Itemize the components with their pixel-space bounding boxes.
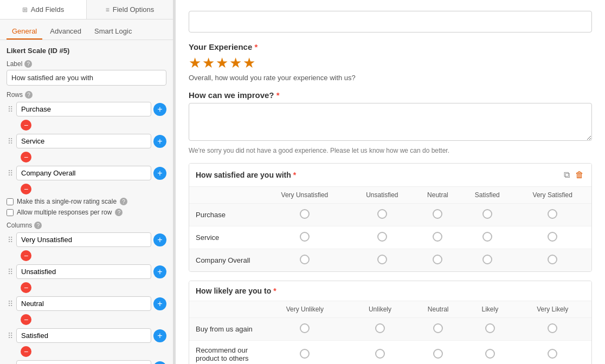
improve-title: How can we improve? * bbox=[189, 90, 592, 100]
multiple-help-icon[interactable]: ? bbox=[115, 209, 123, 216]
remove-col2-button[interactable]: − bbox=[21, 282, 31, 293]
drag-handle-service[interactable]: ⠿ bbox=[7, 136, 14, 147]
buy-unlikely[interactable] bbox=[350, 318, 410, 341]
drag-handle-col5[interactable]: ⠿ bbox=[7, 362, 14, 365]
add-fields-label: Add Fields bbox=[31, 5, 64, 14]
experience-subtitle: Overall, how would you rate your experie… bbox=[189, 74, 592, 82]
table-row: Buy from us again bbox=[189, 318, 591, 341]
col-item-very-satisfied: ⠿ + bbox=[7, 360, 166, 364]
rec-prod-very-likely[interactable] bbox=[514, 341, 591, 365]
experience-required: * bbox=[254, 42, 258, 51]
purchase-neutral[interactable] bbox=[415, 204, 461, 226]
label-text: Label bbox=[7, 60, 22, 68]
remove-row-company-button[interactable]: − bbox=[21, 184, 31, 194]
col-input-very-satisfied[interactable] bbox=[16, 360, 151, 364]
satisfied-table: Very Unsatisfied Unsatisfied Neutral Sat… bbox=[189, 187, 591, 271]
panel-content: Likert Scale (ID #5) Label ? Rows ? ⠿ + … bbox=[0, 40, 173, 364]
col-likely: Likely bbox=[466, 301, 513, 318]
multiple-checkbox-row: Allow multiple responses per row ? bbox=[7, 209, 166, 216]
remove-col1-button[interactable]: − bbox=[21, 250, 31, 261]
add-row-service-button[interactable]: + bbox=[153, 135, 166, 148]
star-rating[interactable]: ★ ★ ★ ★ ★ bbox=[189, 55, 592, 72]
col-input-very-unsatisfied[interactable] bbox=[16, 232, 151, 247]
buy-likely[interactable] bbox=[466, 318, 513, 341]
add-row-company-button[interactable]: + bbox=[153, 167, 166, 180]
col-input-unsatisfied[interactable] bbox=[16, 264, 151, 279]
company-very-unsat[interactable] bbox=[260, 249, 350, 272]
drag-handle-col3[interactable]: ⠿ bbox=[7, 298, 14, 309]
rec-prod-neutral[interactable] bbox=[410, 341, 466, 365]
purchase-unsat[interactable] bbox=[350, 204, 415, 226]
multiple-checkbox[interactable] bbox=[7, 209, 14, 216]
rec-prod-unlikely[interactable] bbox=[350, 341, 410, 365]
row-input-purchase[interactable] bbox=[16, 102, 151, 116]
col-very-likely: Very Likely bbox=[514, 301, 591, 318]
drag-handle-col4[interactable]: ⠿ bbox=[7, 330, 14, 341]
row-input-company[interactable] bbox=[16, 166, 151, 180]
rec-prod-very-unlikely[interactable] bbox=[260, 341, 350, 365]
service-neutral[interactable] bbox=[415, 226, 461, 249]
service-unsat[interactable] bbox=[350, 226, 415, 249]
col-item-satisfied: ⠿ + bbox=[7, 328, 166, 343]
drag-handle-purchase[interactable]: ⠿ bbox=[7, 104, 14, 115]
col-unsatisfied: Unsatisfied bbox=[350, 187, 415, 204]
col-input-satisfied[interactable] bbox=[16, 328, 151, 343]
service-very-sat[interactable] bbox=[514, 226, 591, 249]
rec-prod-likely[interactable] bbox=[466, 341, 513, 365]
label-input[interactable] bbox=[7, 70, 166, 86]
company-very-sat[interactable] bbox=[514, 249, 591, 272]
col-very-unsatisfied: Very Unsatisfied bbox=[260, 187, 350, 204]
drag-handle-company[interactable]: ⠿ bbox=[7, 168, 14, 179]
satisfied-table-container: How satisfied are you with * ⧉ 🗑 Very Un… bbox=[189, 163, 592, 272]
purchase-sat[interactable] bbox=[461, 204, 514, 226]
remove-col3-button[interactable]: − bbox=[21, 314, 31, 325]
sub-tab-smart-logic[interactable]: Smart Logic bbox=[89, 24, 137, 40]
add-col2-button[interactable]: + bbox=[153, 265, 166, 278]
copy-satisfied-button[interactable]: ⧉ bbox=[563, 169, 571, 181]
buy-very-likely[interactable] bbox=[514, 318, 591, 341]
drag-handle-col1[interactable]: ⠿ bbox=[7, 235, 14, 245]
add-row-purchase-button[interactable]: + bbox=[153, 103, 166, 116]
table-row: Recommend our product to others bbox=[189, 341, 591, 365]
rows-help-icon[interactable]: ? bbox=[25, 91, 33, 99]
company-sat[interactable] bbox=[461, 249, 514, 272]
improve-textarea[interactable] bbox=[189, 103, 592, 141]
company-neutral[interactable] bbox=[415, 249, 461, 272]
col-input-neutral[interactable] bbox=[16, 296, 151, 311]
service-very-unsat[interactable] bbox=[260, 226, 350, 249]
star-1: ★ bbox=[189, 55, 201, 72]
top-text-box[interactable] bbox=[189, 11, 592, 32]
add-col3-button[interactable]: + bbox=[153, 297, 166, 310]
sub-tab-general[interactable]: General bbox=[7, 24, 42, 40]
label-help-icon[interactable]: ? bbox=[24, 60, 32, 68]
row-company-label: Company Overall bbox=[189, 249, 260, 272]
tab-add-fields[interactable]: ⊞ Add Fields bbox=[0, 0, 87, 19]
purchase-very-sat[interactable] bbox=[514, 204, 591, 226]
sub-tab-advanced[interactable]: Advanced bbox=[44, 24, 87, 40]
field-title: Likert Scale (ID #5) bbox=[7, 47, 166, 55]
col-neutral-likely: Neutral bbox=[410, 301, 466, 318]
remove-row-service-button[interactable]: − bbox=[21, 152, 31, 162]
delete-satisfied-button[interactable]: 🗑 bbox=[574, 169, 585, 181]
row-item-service: ⠿ + bbox=[7, 134, 166, 148]
add-col4-button[interactable]: + bbox=[153, 329, 166, 342]
buy-neutral[interactable] bbox=[410, 318, 466, 341]
row-purchase-label: Purchase bbox=[189, 204, 260, 226]
row-item-purchase: ⠿ + bbox=[7, 102, 166, 116]
add-col1-button[interactable]: + bbox=[153, 233, 166, 246]
row-input-service[interactable] bbox=[16, 134, 151, 148]
single-row-checkbox[interactable] bbox=[7, 198, 14, 205]
remove-col4-button[interactable]: − bbox=[21, 346, 31, 357]
columns-help-icon[interactable]: ? bbox=[34, 222, 42, 229]
single-row-help-icon[interactable]: ? bbox=[120, 198, 127, 205]
add-col5-button[interactable]: + bbox=[153, 361, 166, 365]
buy-very-unlikely[interactable] bbox=[260, 318, 350, 341]
service-sat[interactable] bbox=[461, 226, 514, 249]
star-3: ★ bbox=[216, 55, 228, 72]
company-unsat[interactable] bbox=[350, 249, 415, 272]
tab-field-options[interactable]: ≡ Field Options bbox=[87, 0, 173, 19]
table-row: Company Overall bbox=[189, 249, 591, 272]
purchase-very-unsat[interactable] bbox=[260, 204, 350, 226]
drag-handle-col2[interactable]: ⠿ bbox=[7, 266, 14, 277]
remove-row-purchase-button[interactable]: − bbox=[21, 120, 31, 131]
